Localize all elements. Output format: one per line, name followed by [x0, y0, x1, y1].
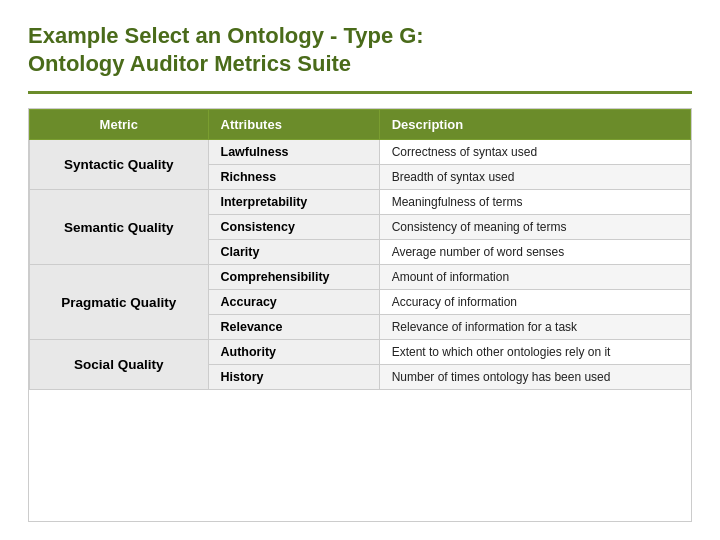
table-row: Syntactic QualityLawfulnessCorrectness o… — [30, 140, 691, 165]
col-header-metric: Metric — [30, 110, 209, 140]
table-row: Pragmatic QualityComprehensibilityAmount… — [30, 265, 691, 290]
attribute-cell: Comprehensibility — [208, 265, 379, 290]
table-header-row: Metric Attributes Description — [30, 110, 691, 140]
description-cell: Correctness of syntax used — [379, 140, 690, 165]
page: Example Select an Ontology - Type G: Ont… — [0, 0, 720, 540]
description-cell: Extent to which other ontologies rely on… — [379, 340, 690, 365]
description-cell: Number of times ontology has been used — [379, 365, 690, 390]
page-title: Example Select an Ontology - Type G: Ont… — [28, 22, 692, 77]
metric-cell: Pragmatic Quality — [30, 265, 209, 340]
attribute-cell: Consistency — [208, 215, 379, 240]
attribute-cell: Relevance — [208, 315, 379, 340]
col-header-description: Description — [379, 110, 690, 140]
description-cell: Average number of word senses — [379, 240, 690, 265]
description-cell: Amount of information — [379, 265, 690, 290]
metrics-table-container: Metric Attributes Description Syntactic … — [28, 108, 692, 522]
attribute-cell: Accuracy — [208, 290, 379, 315]
table-row: Semantic QualityInterpretabilityMeaningf… — [30, 190, 691, 215]
table-row: Social QualityAuthorityExtent to which o… — [30, 340, 691, 365]
attribute-cell: Interpretability — [208, 190, 379, 215]
description-cell: Accuracy of information — [379, 290, 690, 315]
title-divider — [28, 91, 692, 94]
table-body: Syntactic QualityLawfulnessCorrectness o… — [30, 140, 691, 390]
attribute-cell: Lawfulness — [208, 140, 379, 165]
metric-cell: Syntactic Quality — [30, 140, 209, 190]
description-cell: Relevance of information for a task — [379, 315, 690, 340]
description-cell: Consistency of meaning of terms — [379, 215, 690, 240]
metric-cell: Social Quality — [30, 340, 209, 390]
metric-cell: Semantic Quality — [30, 190, 209, 265]
description-cell: Meaningfulness of terms — [379, 190, 690, 215]
attribute-cell: Authority — [208, 340, 379, 365]
metrics-table: Metric Attributes Description Syntactic … — [29, 109, 691, 390]
attribute-cell: Richness — [208, 165, 379, 190]
col-header-attributes: Attributes — [208, 110, 379, 140]
attribute-cell: Clarity — [208, 240, 379, 265]
description-cell: Breadth of syntax used — [379, 165, 690, 190]
attribute-cell: History — [208, 365, 379, 390]
